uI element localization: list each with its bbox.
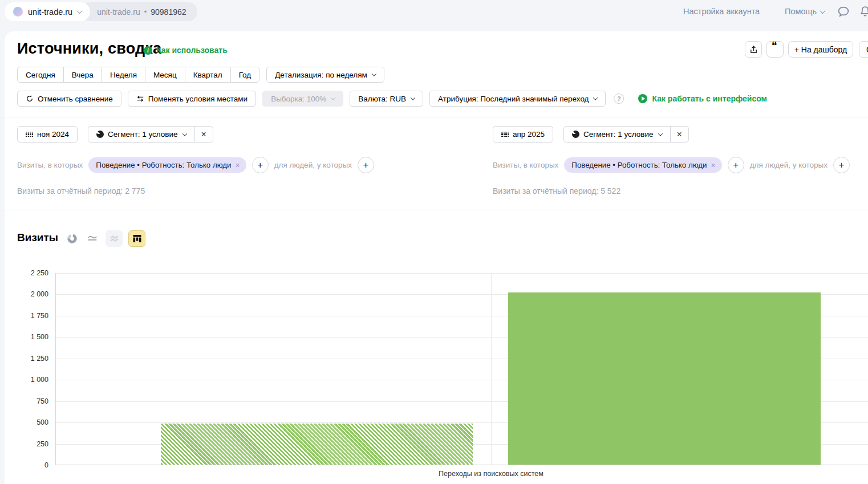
- y-tick-label: 1 750: [31, 312, 48, 320]
- visits-total-value-b: 5 522: [601, 186, 620, 196]
- area-chart-type-button[interactable]: [106, 230, 123, 247]
- add-to-dashboard-button[interactable]: + На дашборд: [788, 41, 853, 58]
- cancel-comparison-button[interactable]: Отменить сравнение: [17, 91, 121, 107]
- period-segmented-control: Сегодня Вчера Неделя Месяц Квартал Год: [17, 67, 259, 83]
- toolbar-row: Отменить сравнение Поменять условия мест…: [17, 91, 767, 107]
- export-button[interactable]: [745, 41, 762, 58]
- add-people-condition-button-b[interactable]: +: [833, 157, 850, 173]
- segment-dropdown-a[interactable]: Сегмент: 1 условие: [88, 126, 194, 143]
- how-to-use-link[interactable]: i Как использовать: [144, 46, 228, 55]
- calendar-icon: [26, 132, 33, 137]
- comments-button[interactable]: ,,: [766, 41, 784, 58]
- info-icon: i: [144, 46, 152, 55]
- swap-arrows-icon: [136, 95, 144, 103]
- sampling-dropdown: Выборка: 100%: [262, 91, 343, 107]
- date-range-button-a[interactable]: ноя 2024: [17, 126, 78, 143]
- condition-text-b: Поведение • Роботность: Только люди: [571, 161, 707, 169]
- swap-conditions-button[interactable]: Поменять условия местами: [128, 91, 256, 107]
- help-menu[interactable]: Помощь: [785, 7, 825, 16]
- period-yesterday-button[interactable]: Вчера: [63, 67, 102, 83]
- detalization-dropdown[interactable]: Детализация: по неделям: [266, 67, 384, 83]
- y-tick-label: 250: [36, 440, 48, 448]
- add-people-condition-button-a[interactable]: +: [358, 157, 374, 173]
- gridline: [56, 273, 868, 274]
- site-favicon-icon: [13, 7, 23, 17]
- compare-section-bottom-divider: [0, 210, 868, 210]
- pie-chart-type-button[interactable]: [64, 231, 79, 246]
- for-people-label-a: для людей, у которых: [274, 161, 352, 169]
- sampling-label: Выборка: 100%: [271, 95, 326, 103]
- chevron-down-icon: [658, 131, 662, 136]
- segment-panel-b: апр 2025 Сегмент: 1 условие × Визиты, в …: [493, 126, 850, 196]
- bar-chart-type-button[interactable]: [128, 230, 145, 247]
- bar[interactable]: [508, 292, 821, 465]
- segment-controls-a: ноя 2024 Сегмент: 1 условие ×: [17, 126, 374, 143]
- for-people-label-b: для людей, у которых: [750, 161, 828, 169]
- stacked-area-icon: [109, 234, 119, 243]
- period-quarter-button[interactable]: Квартал: [185, 67, 231, 83]
- chart-type-switcher: [64, 230, 145, 247]
- y-tick-label: 1 250: [31, 355, 48, 363]
- x-axis-line: [56, 465, 868, 465]
- segment-label-b: Сегмент: 1 условие: [583, 130, 653, 139]
- chevron-down-icon: [331, 95, 335, 100]
- plot-area: Переходы из поисковых систем: [55, 273, 868, 465]
- date-range-button-b[interactable]: апр 2025: [493, 126, 553, 143]
- chevron-down-icon: [593, 95, 598, 100]
- tab-host: unit-trade.ru: [97, 7, 140, 17]
- add-visit-condition-button-b[interactable]: +: [728, 157, 744, 173]
- line-chart-type-button[interactable]: [85, 231, 100, 246]
- tab-counter-id: 90981962: [151, 7, 186, 17]
- topbar: unit-trade.ru unit-trade.ru • 90981962 Н…: [0, 0, 868, 24]
- calendar-icon: [501, 132, 509, 137]
- clipped-right-button[interactable]: С: [859, 41, 868, 58]
- visits-in-which-label-b: Визиты, в которых: [493, 161, 558, 169]
- attribution-label: Атрибуция: Последний значимый переход: [438, 95, 589, 103]
- segment-close-button-a[interactable]: ×: [194, 126, 213, 143]
- segment-dropdown-b[interactable]: Сегмент: 1 условие: [563, 126, 670, 143]
- condition-remove-icon[interactable]: ×: [236, 161, 240, 170]
- interface-help-label: Как работать с интерфейсом: [652, 94, 766, 103]
- chevron-down-icon: [77, 8, 83, 14]
- interface-help-link[interactable]: Как работать с интерфейсом: [638, 94, 766, 103]
- attribution-help-icon[interactable]: ?: [614, 93, 624, 104]
- segment-close-button-b[interactable]: ×: [670, 126, 689, 143]
- segment-pie-icon: [572, 131, 579, 138]
- bell-icon[interactable]: [859, 5, 868, 20]
- bar[interactable]: [161, 424, 473, 465]
- period-today-button[interactable]: Сегодня: [17, 67, 64, 83]
- chevron-down-icon: [411, 95, 415, 100]
- chat-bubble-icon[interactable]: [837, 5, 850, 20]
- visits-total-b: Визиты за отчётный период: 5 522: [493, 186, 850, 196]
- account-settings-link[interactable]: Настройка аккаунта: [683, 7, 760, 16]
- y-tick-label: 500: [36, 418, 48, 426]
- condition-pill-b[interactable]: Поведение • Роботность: Только люди ×: [564, 157, 721, 173]
- pie-chart-icon: [67, 233, 78, 244]
- date-range-label-a: ноя 2024: [37, 130, 69, 139]
- period-row: Сегодня Вчера Неделя Месяц Квартал Год Д…: [17, 67, 384, 83]
- attribution-dropdown[interactable]: Атрибуция: Последний значимый переход: [429, 91, 606, 107]
- x-category-label: Переходы из поисковых систем: [439, 470, 543, 478]
- play-icon: [638, 94, 647, 103]
- chevron-down-icon: [182, 131, 186, 136]
- counter-switcher: unit-trade.ru unit-trade.ru • 90981962: [5, 2, 197, 21]
- visits-total-a: Визиты за отчётный период: 2 775: [17, 186, 374, 196]
- page: unit-trade.ru unit-trade.ru • 90981962 Н…: [0, 0, 868, 484]
- add-visit-condition-button-a[interactable]: +: [252, 157, 269, 173]
- condition-text-a: Поведение • Роботность: Только люди: [96, 161, 231, 169]
- counter-name: unit-trade.ru: [28, 7, 72, 17]
- page-title: Источники, сводка: [17, 40, 161, 58]
- condition-pill-a[interactable]: Поведение • Роботность: Только люди ×: [88, 157, 246, 173]
- period-week-button[interactable]: Неделя: [102, 67, 145, 83]
- period-month-button[interactable]: Месяц: [145, 67, 185, 83]
- condition-remove-icon[interactable]: ×: [711, 161, 716, 170]
- period-year-button[interactable]: Год: [230, 67, 260, 83]
- segment-label-a: Сегмент: 1 условие: [108, 130, 177, 139]
- y-axis-labels: 02505007501 0001 2501 5001 7502 0002 250: [0, 273, 55, 465]
- swap-conditions-label: Поменять условия местами: [148, 95, 248, 103]
- segment-controls-b: апр 2025 Сегмент: 1 условие ×: [493, 126, 850, 143]
- counter-tab[interactable]: unit-trade.ru • 90981962: [82, 2, 196, 21]
- counter-dropdown[interactable]: unit-trade.ru: [5, 2, 90, 21]
- date-range-label-b: апр 2025: [513, 130, 545, 139]
- currency-dropdown[interactable]: Валюта: RUB: [350, 91, 423, 107]
